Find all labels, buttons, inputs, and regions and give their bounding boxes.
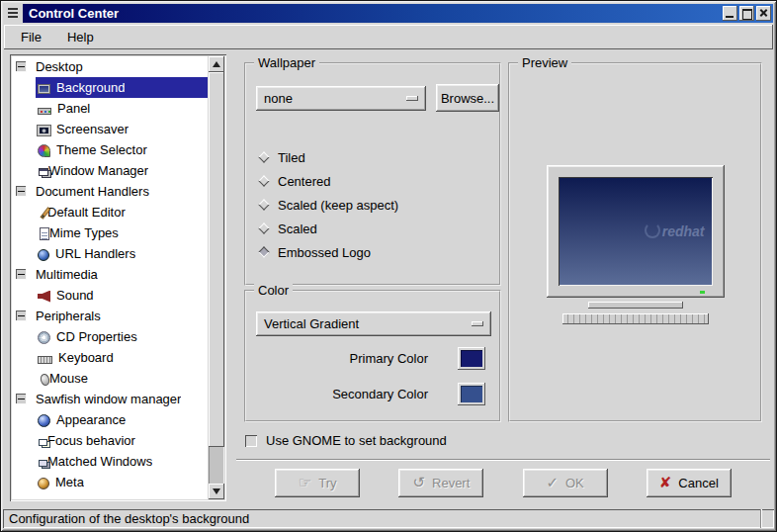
tree-item-label: Meta bbox=[55, 475, 84, 489]
tree-item-peripherals[interactable]: Peripherals bbox=[12, 306, 208, 326]
expander-icon[interactable] bbox=[16, 269, 27, 280]
tree-item-sound[interactable]: Sound bbox=[12, 285, 208, 306]
option-menu-indicator-icon bbox=[472, 321, 483, 326]
tree-item-document-handlers[interactable]: Document Handlers bbox=[12, 181, 208, 202]
wallpaper-mode-tiled[interactable]: Tiled bbox=[260, 147, 305, 167]
expander-icon[interactable] bbox=[16, 186, 27, 197]
cancel-button[interactable]: ✘ Cancel bbox=[647, 469, 732, 497]
globe-icon bbox=[38, 249, 49, 261]
radio-label: Scaled (keep aspect) bbox=[278, 198, 398, 213]
revert-button-label: Revert bbox=[432, 476, 470, 490]
ok-button[interactable]: ✓ OK bbox=[523, 469, 608, 497]
category-tree[interactable]: Desktop Background Panel Screensaver The… bbox=[12, 56, 208, 499]
expander-icon[interactable] bbox=[16, 61, 27, 72]
scroll-up-button[interactable] bbox=[209, 56, 224, 72]
tree-item-label: Panel bbox=[57, 101, 90, 116]
tree-item-appearance[interactable]: Appearance bbox=[12, 409, 208, 430]
menu-file[interactable]: File bbox=[21, 30, 42, 44]
radio-icon bbox=[258, 246, 269, 257]
tree-item-label: Desktop bbox=[36, 59, 83, 74]
ok-button-label: OK bbox=[565, 476, 584, 490]
tree-item-label: Keyboard bbox=[58, 350, 114, 365]
cd-icon bbox=[38, 331, 50, 344]
tree-item-default-editor[interactable]: Default Editor bbox=[12, 202, 208, 222]
radio-label: Embossed Logo bbox=[278, 245, 371, 260]
titlebar[interactable]: Control Center bbox=[4, 4, 773, 23]
preview-screen: redhat bbox=[559, 177, 713, 286]
radio-icon bbox=[258, 175, 269, 186]
tree-item-focus-behavior[interactable]: Focus behavior bbox=[12, 430, 208, 451]
close-button[interactable] bbox=[756, 6, 771, 21]
tree-item-label: Matched Windows bbox=[47, 454, 152, 469]
hand-point-icon: ☞ bbox=[299, 476, 311, 490]
button-separator bbox=[236, 459, 770, 461]
tree-item-desktop[interactable]: Desktop bbox=[12, 56, 208, 77]
tree-item-label: Document Handlers bbox=[36, 184, 149, 199]
maximize-button[interactable] bbox=[739, 6, 754, 21]
document-icon bbox=[40, 227, 49, 240]
wallpaper-mode-embossed-logo[interactable]: Embossed Logo bbox=[260, 242, 371, 262]
revert-arrow-icon: ↺ bbox=[412, 476, 425, 490]
expander-icon[interactable] bbox=[16, 310, 27, 321]
resize-grip[interactable] bbox=[760, 509, 774, 528]
scroll-down-button[interactable] bbox=[209, 484, 224, 499]
tree-item-screensaver[interactable]: Screensaver bbox=[12, 119, 208, 139]
wallpaper-file-dropdown[interactable]: none bbox=[256, 86, 426, 111]
wallpaper-mode-scaled[interactable]: Scaled bbox=[260, 219, 317, 238]
tree-scrollbar[interactable] bbox=[209, 56, 224, 499]
tree-item-window-manager[interactable]: Window Manager bbox=[12, 160, 208, 181]
keyboard-icon bbox=[38, 356, 52, 364]
arrow-down-icon bbox=[213, 488, 220, 494]
tree-item-mouse[interactable]: Mouse bbox=[12, 368, 208, 389]
secondary-color-label: Secondary Color bbox=[332, 387, 428, 401]
radio-icon bbox=[258, 199, 269, 210]
menu-help[interactable]: Help bbox=[67, 30, 94, 44]
monitor-stand bbox=[588, 302, 683, 309]
use-gnome-checkbox[interactable] bbox=[245, 435, 257, 447]
tree-item-url-handlers[interactable]: URL Handlers bbox=[12, 243, 208, 264]
wallpaper-mode-centered[interactable]: Centered bbox=[260, 171, 330, 191]
minimize-button[interactable] bbox=[723, 6, 737, 21]
tree-item-mime-types[interactable]: Mime Types bbox=[12, 222, 208, 243]
wallpaper-mode-scaled-keep-aspect[interactable]: Scaled (keep aspect) bbox=[260, 195, 398, 215]
secondary-color-swatch[interactable] bbox=[458, 383, 485, 405]
primary-color-swatch[interactable] bbox=[458, 347, 485, 370]
tree-item-meta[interactable]: Meta bbox=[12, 472, 208, 492]
window-menu-icon[interactable] bbox=[4, 4, 23, 23]
primary-color-row: Primary Color bbox=[246, 347, 485, 370]
tree-item-theme-selector[interactable]: Theme Selector bbox=[12, 139, 208, 160]
tree-item-background[interactable]: Background bbox=[12, 77, 208, 98]
try-button[interactable]: ☞ Try bbox=[275, 469, 360, 497]
revert-button[interactable]: ↺ Revert bbox=[398, 469, 483, 497]
use-gnome-label: Use GNOME to set background bbox=[266, 433, 447, 448]
scrollbar-track[interactable] bbox=[209, 72, 224, 484]
action-button-row: ☞ Try ↺ Revert ✓ OK ✘ Cancel bbox=[236, 469, 770, 500]
cancel-button-label: Cancel bbox=[678, 476, 718, 490]
sphere-icon bbox=[38, 414, 50, 427]
stacked-windows-icon bbox=[39, 460, 47, 467]
focus-windows-icon bbox=[39, 439, 47, 446]
redhat-logo-watermark: redhat bbox=[645, 222, 705, 239]
preview-monitor: redhat bbox=[547, 165, 725, 298]
browse-button[interactable]: Browse... bbox=[436, 84, 499, 112]
speaker-icon bbox=[38, 291, 50, 303]
tree-item-label: Default Editor bbox=[47, 205, 126, 220]
browse-button-label: Browse... bbox=[441, 91, 494, 106]
tree-item-label: Mouse bbox=[49, 371, 88, 386]
primary-color-value bbox=[461, 350, 482, 367]
radio-label: Tiled bbox=[278, 150, 305, 165]
tree-item-matched-windows[interactable]: Matched Windows bbox=[12, 451, 208, 472]
expander-icon[interactable] bbox=[16, 394, 27, 404]
gradient-dropdown-value: Vertical Gradient bbox=[264, 316, 359, 331]
tree-item-panel[interactable]: Panel bbox=[12, 98, 208, 119]
gradient-dropdown[interactable]: Vertical Gradient bbox=[256, 311, 491, 336]
scrollbar-thumb[interactable] bbox=[209, 72, 224, 447]
use-gnome-option[interactable]: Use GNOME to set background bbox=[245, 433, 447, 448]
tree-item-cd-properties[interactable]: CD Properties bbox=[12, 326, 208, 347]
tree-item-label: Sound bbox=[56, 288, 94, 303]
tree-item-multimedia[interactable]: Multimedia bbox=[12, 264, 208, 285]
radio-icon bbox=[258, 222, 269, 233]
tree-item-keyboard[interactable]: Keyboard bbox=[12, 347, 208, 368]
tree-item-sawfish[interactable]: Sawfish window manager bbox=[12, 389, 208, 409]
tree-item-label: CD Properties bbox=[56, 329, 137, 344]
